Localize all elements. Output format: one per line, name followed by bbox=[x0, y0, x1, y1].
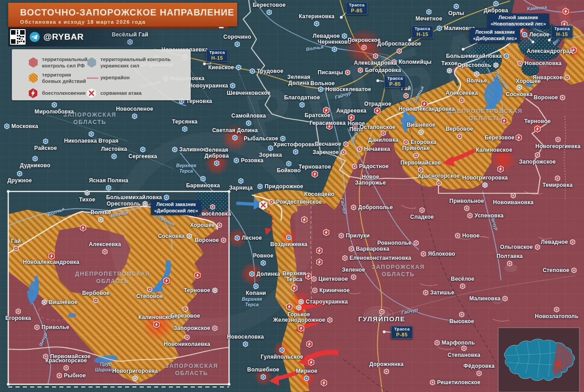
clashes-icon bbox=[194, 272, 202, 279]
place-marker bbox=[418, 167, 424, 173]
place-marker bbox=[132, 113, 138, 119]
place-label: Запорожское bbox=[174, 325, 210, 331]
place-label: Рыбальское bbox=[244, 136, 278, 142]
place-marker bbox=[84, 190, 90, 196]
place-marker bbox=[111, 154, 117, 160]
road-number: Р-85 bbox=[349, 8, 365, 13]
place-label: Ровнополье bbox=[377, 240, 412, 246]
place-marker bbox=[235, 235, 240, 241]
place-marker bbox=[268, 145, 274, 151]
place-label: Темировка bbox=[542, 182, 573, 188]
place-marker bbox=[349, 246, 355, 252]
place-label: Новоалександровка bbox=[398, 106, 455, 112]
place-marker bbox=[381, 130, 386, 136]
place-label: Хорошее bbox=[190, 222, 215, 228]
place-marker bbox=[147, 287, 153, 293]
place-label: Приволье bbox=[402, 145, 430, 151]
place-marker bbox=[460, 284, 466, 289]
river-label: Вороная bbox=[155, 213, 175, 227]
place-label: Самойловка bbox=[231, 113, 266, 119]
place-marker bbox=[312, 288, 318, 294]
clashes-icon bbox=[301, 216, 308, 224]
place-label: Прилуки bbox=[346, 233, 370, 239]
clashes-icon bbox=[374, 107, 381, 115]
place-marker bbox=[4, 124, 10, 129]
clashes-icon bbox=[153, 321, 161, 329]
place-marker bbox=[464, 206, 470, 211]
place-marker bbox=[212, 325, 218, 331]
place-label: Новое Запорожье bbox=[355, 174, 386, 186]
place-label: Левадное bbox=[541, 239, 568, 245]
place-marker bbox=[34, 325, 40, 330]
place-marker bbox=[437, 26, 443, 31]
place-marker bbox=[250, 68, 256, 74]
place-label: Егоровка bbox=[411, 139, 437, 145]
place-label: Терновое bbox=[524, 119, 551, 124]
legend-ua-icon bbox=[86, 57, 98, 68]
river-label: Янчур bbox=[38, 332, 48, 347]
river-label: Волчья bbox=[306, 45, 324, 52]
place-marker bbox=[474, 71, 480, 77]
place-label: Мирное bbox=[296, 368, 317, 374]
river-label: Вороная bbox=[494, 70, 510, 90]
failed-attack-icon bbox=[258, 200, 269, 211]
place-marker bbox=[13, 246, 19, 252]
place-marker bbox=[261, 260, 266, 266]
place-label: Александроград bbox=[527, 48, 573, 54]
road-badge-caption: Трасса bbox=[554, 26, 570, 31]
place-marker bbox=[230, 83, 236, 89]
place-label: Марфополь bbox=[442, 340, 475, 346]
channel-handle[interactable]: @RYBAR bbox=[43, 32, 83, 42]
place-marker bbox=[361, 45, 367, 51]
road-badge: ТрассаР-85 bbox=[384, 75, 406, 88]
place-label: Вишнёвое bbox=[49, 299, 78, 305]
place-label: Зарница bbox=[229, 185, 253, 191]
place-label: Радостное bbox=[359, 164, 389, 170]
place-label: Январское bbox=[533, 75, 563, 81]
place-label: Герасимовка bbox=[309, 120, 345, 126]
clashes-icon bbox=[311, 170, 319, 178]
place-label: Решетиловское bbox=[437, 380, 480, 386]
place-marker bbox=[298, 299, 304, 305]
river-label: Каменка bbox=[527, 5, 547, 11]
place-marker bbox=[187, 233, 193, 239]
place-label: Вербовое bbox=[446, 126, 473, 132]
place-label: Сосновка bbox=[158, 233, 185, 239]
place-label: Березовое bbox=[170, 313, 200, 319]
clashes-icon bbox=[306, 340, 313, 348]
place-label: Полтавка bbox=[496, 253, 523, 259]
road-badge: ТрассаР-85 bbox=[346, 2, 368, 15]
place-marker bbox=[564, 75, 570, 81]
place-label: Зеленая Диброва bbox=[204, 147, 229, 159]
place-label: Миролюбовка bbox=[35, 109, 74, 115]
place-marker bbox=[232, 135, 238, 141]
place-label: Степовое bbox=[136, 294, 163, 299]
clashes-icon bbox=[497, 165, 505, 173]
place-marker bbox=[93, 298, 99, 304]
forest-reserve-badge: Лесной заказник «Дибровский лес» bbox=[151, 201, 201, 215]
place-label: Степановка bbox=[448, 352, 480, 358]
place-label: Христофоровка bbox=[273, 142, 318, 148]
place-marker bbox=[261, 374, 266, 380]
place-label: Рождественское bbox=[276, 199, 322, 205]
place-label: Успеновка bbox=[474, 213, 504, 219]
place-marker bbox=[522, 32, 528, 38]
place-marker bbox=[318, 87, 324, 93]
place-label: Копани bbox=[246, 290, 266, 296]
place-marker bbox=[413, 153, 419, 159]
clashes-icon bbox=[163, 277, 171, 285]
place-marker bbox=[358, 67, 364, 73]
place-label: Заречное bbox=[313, 150, 339, 155]
place-marker bbox=[286, 161, 292, 167]
legend-combat-label: территория боевых действий bbox=[42, 72, 88, 85]
place-marker bbox=[423, 290, 429, 296]
road-number: Н-15 bbox=[415, 31, 430, 37]
place-marker bbox=[210, 204, 216, 210]
place-marker bbox=[314, 21, 320, 27]
telegram-icon[interactable] bbox=[30, 32, 40, 42]
place-label: Приволье bbox=[42, 325, 69, 330]
place-label: Новосоленое bbox=[116, 106, 153, 112]
place-marker bbox=[434, 340, 440, 346]
place-marker bbox=[342, 33, 348, 39]
place-marker bbox=[52, 102, 57, 108]
